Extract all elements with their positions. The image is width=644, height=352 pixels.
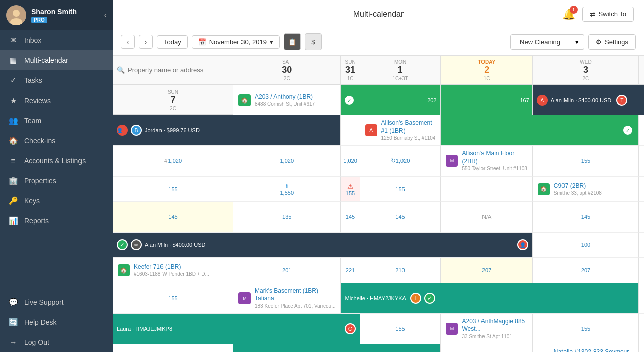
cell-r3-sat6[interactable]: 155 xyxy=(360,177,441,202)
cell-r2-sun7[interactable]: ↻ 1,020 xyxy=(360,146,441,177)
cell-r6-1[interactable]: 221 xyxy=(341,258,360,283)
cell-r2-sat30[interactable]: ✓ xyxy=(441,115,639,146)
nav-tasks[interactable]: ✓ Tasks xyxy=(0,70,113,91)
cell-r5-thu4[interactable]: 100 xyxy=(533,233,639,258)
cell-r3-wed3[interactable]: 155 xyxy=(113,177,233,202)
cell-r1-sat30[interactable]: ✓ 202 xyxy=(341,85,441,115)
sidebar-header: Sharon Smith PRO ‹ xyxy=(0,0,113,30)
cell-r2-fri5[interactable]: 1,020 xyxy=(233,146,341,177)
user-info: Sharon Smith PRO xyxy=(31,8,99,23)
nav-keys[interactable]: 🔑 Keys xyxy=(0,191,113,211)
cell-r4-6[interactable]: 145 xyxy=(360,202,441,232)
cell-r4-7[interactable]: N/A xyxy=(441,202,532,232)
cell-r7-sun7[interactable]: 155 xyxy=(360,314,441,344)
cell-r5-fri5[interactable]: 100 xyxy=(639,233,644,258)
calendar-container[interactable]: 🔍 SAT 30 2C SUN 31 1C MON 1 1C+3T xyxy=(113,56,644,352)
nav-log-out[interactable]: → Log Out xyxy=(0,332,113,352)
num-r4-3: 145 xyxy=(168,214,177,220)
next-button[interactable]: › xyxy=(139,35,153,49)
cell-r1-mon1[interactable]: 167 xyxy=(441,85,532,115)
cell-r4-today[interactable]: 145 xyxy=(113,202,233,232)
cell-r5-bar[interactable]: ✓ ✏ Alan Miln · $400.00 USD 👤 xyxy=(113,233,533,258)
cell-r8-4[interactable] xyxy=(113,344,233,352)
cell-r1-sun7[interactable] xyxy=(341,115,360,146)
header-day-sun7: SUN xyxy=(168,89,178,95)
cell-r3-thu4[interactable]: ℹ 1,550 xyxy=(233,177,341,202)
cell-r2-sat6[interactable]: 1,020 xyxy=(341,146,360,177)
cell-r6-4[interactable]: 207 xyxy=(533,258,639,283)
cell-r8-norio[interactable]: Norio Kudo · HMSYN3SQDN C xyxy=(233,344,441,352)
prop-row-6[interactable]: 🏠 Keefer 716 (1BR) #1603-1188 W Pender 1… xyxy=(113,258,233,283)
prop-row-7[interactable]: M Mark's Basement (1BR) Tatiana 183 Keef… xyxy=(233,283,341,314)
cell-r1-fri5[interactable]: 👤 B Jordan · $999.76 USD xyxy=(113,115,341,146)
sidebar-bottom: 💬 Live Support 🔄 Help Desk → Log Out xyxy=(0,292,113,352)
cell-r3-fri5[interactable]: ⚠ 155 xyxy=(341,177,360,202)
collapse-button[interactable]: ‹ xyxy=(104,11,107,20)
cell-r6-today[interactable]: 207 xyxy=(441,258,532,283)
header-count-1: 1C+3T xyxy=(392,76,408,81)
prop-addr-7: 183 Keefer Place Apt 701, Vancou... xyxy=(255,303,335,309)
cell-r9-0[interactable]: 155 xyxy=(639,344,644,352)
cell-r7-wed3[interactable]: 155 xyxy=(639,283,644,314)
view-toggle-dollar[interactable]: $ xyxy=(305,33,322,50)
header-count-30: 2C xyxy=(284,76,290,81)
prop-info-1: A203 / Anthony (1BR) 8488 Cornish St, Un… xyxy=(255,93,315,108)
nav-reports[interactable]: 📊 Reports xyxy=(0,211,113,231)
new-cleaning-dropdown[interactable]: ▾ xyxy=(570,34,584,50)
prop-row-9[interactable]: M Natalia #1302-833 Seymour 1... 2980 At… xyxy=(533,344,639,352)
cell-r3-sun7[interactable] xyxy=(441,177,532,202)
nav-multicalendar[interactable]: ▦ Multi-calendar xyxy=(0,50,113,70)
cell-r6-5[interactable]: 207 xyxy=(639,258,644,283)
cell-r7-laura[interactable]: Laura · HMAJEJMKP8 C xyxy=(113,314,360,344)
prop-row-2[interactable]: A Allison's Basement #1 (1BR) 1250 Burna… xyxy=(360,115,441,146)
prop-row-4[interactable]: 🏠 C907 (2BR) Smithe 33, apt #2108 xyxy=(533,177,639,202)
nav-help-desk[interactable]: 🔄 Help Desk xyxy=(0,312,113,332)
cell-r4-8[interactable]: 145 xyxy=(533,202,639,232)
cell-r3-sat30[interactable]: 155 xyxy=(533,146,639,177)
help-desk-label: Help Desk xyxy=(24,318,57,326)
nav-inbox[interactable]: ✉ Inbox xyxy=(0,30,113,50)
cell-r7-michelle[interactable]: Michelle · HMAY2JKYKA T ✓ xyxy=(341,283,639,314)
cell-r2-thu4[interactable]: 41,020 xyxy=(113,146,233,177)
num-r6-0: 201 xyxy=(282,267,291,273)
num-r2-sat: 1,020 xyxy=(343,158,357,164)
settings-button[interactable]: ⚙ Settings xyxy=(588,34,636,50)
nav-live-support[interactable]: 💬 Live Support xyxy=(0,292,113,312)
prop-info-9: Natalia #1302-833 Seymour 1... 2980 Atla… xyxy=(554,348,633,352)
cell-r2-mon1[interactable]: ℹ xyxy=(639,115,644,146)
cell-r1-today[interactable]: A Alan Miln · $400.00 USD T xyxy=(533,85,644,115)
date-picker[interactable]: 📅 November 30, 2019 ▾ xyxy=(192,35,280,49)
new-cleaning-button[interactable]: New Cleaning xyxy=(510,34,570,50)
num-r6-3: 207 xyxy=(482,267,491,273)
header-thu-4: THU 4 1C+1T xyxy=(639,56,644,85)
prop-addr-8: 33 Smithe St Apt 1101 xyxy=(462,333,527,340)
prop-row-5[interactable]: 🏠 F1113 (1BR) North Vancouver 506 - 1330… xyxy=(639,202,644,232)
notification-button[interactable]: 🔔 1 xyxy=(562,8,575,20)
nav-team[interactable]: 👥 Team xyxy=(0,111,113,131)
search-input[interactable] xyxy=(128,66,229,74)
cell-r6-2[interactable]: 210 xyxy=(360,258,441,283)
prop-row-1[interactable]: 🏠 A203 / Anthony (1BR) 8488 Cornish St, … xyxy=(233,85,341,115)
prop-row-8[interactable]: M A203 / AnthMaggie 885 West... 33 Smith… xyxy=(441,314,532,344)
today-button[interactable]: Today xyxy=(157,35,188,49)
nav-accounts[interactable]: ≡ Accounts & Listings xyxy=(0,151,113,170)
prop-icon-1: 🏠 xyxy=(238,94,251,106)
cell-r6-0[interactable]: 201 xyxy=(233,258,341,283)
prop-name-4: C907 (2BR) xyxy=(554,182,602,190)
cell-r8-0[interactable]: 155 xyxy=(533,314,639,344)
prop-icon-6: 🏠 xyxy=(118,264,130,276)
cell-r4-0[interactable]: 145 xyxy=(639,177,644,202)
cell-r3-sun31[interactable]: 155 xyxy=(639,146,644,177)
cell-r4-4[interactable]: 135 xyxy=(233,202,341,232)
nav-properties[interactable]: 🏢 Properties xyxy=(0,170,113,191)
prop-row-3[interactable]: M Allison's Main Floor (2BR) 550 Taylor … xyxy=(441,146,532,177)
nav-checkins[interactable]: 🏠 Check-ins xyxy=(0,131,113,151)
switch-to-button[interactable]: ⇄ Switch To xyxy=(582,7,634,22)
cell-r8-sun7[interactable]: 155 xyxy=(441,344,532,352)
cell-r4-5[interactable]: 145 xyxy=(341,202,360,232)
view-toggle-calendar[interactable]: 📋 xyxy=(284,33,301,50)
cell-r8-1[interactable]: 155 xyxy=(639,314,644,344)
cell-r6-8[interactable]: 155 xyxy=(113,283,233,314)
nav-reviews[interactable]: ★ Reviews xyxy=(0,91,113,111)
prev-button[interactable]: ‹ xyxy=(121,35,135,49)
